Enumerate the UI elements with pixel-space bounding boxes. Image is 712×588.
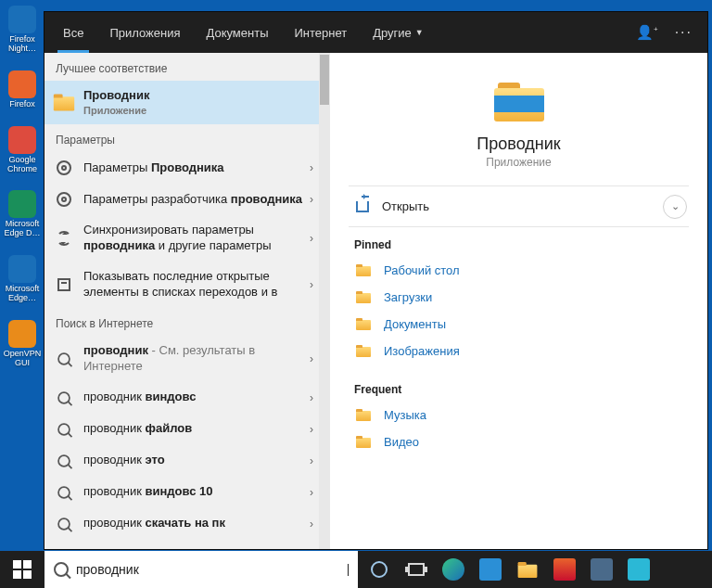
- tab-приложения[interactable]: Приложения: [96, 12, 193, 53]
- tab-все[interactable]: Все: [50, 12, 96, 53]
- frequent-heading: Frequent: [354, 383, 683, 396]
- preview-pane: Проводник Приложение Открыть ⌄ Pinned Ра…: [330, 53, 707, 549]
- search-icon: [56, 390, 72, 406]
- open-label: Открыть: [382, 199, 429, 213]
- desktop-icon-label: OpenVPN GUI: [2, 350, 43, 368]
- folder-link[interactable]: Видео: [354, 428, 683, 455]
- taskbar-app-office[interactable]: [553, 557, 577, 582]
- search-icon: [54, 562, 69, 577]
- chevron-right-icon: ›: [310, 232, 313, 245]
- windows-logo-icon: [13, 560, 32, 579]
- folder-icon: [356, 436, 371, 448]
- result-title: проводник это: [83, 453, 308, 468]
- app-icon: [8, 126, 36, 154]
- app-icon: [8, 320, 36, 348]
- desktop-icon[interactable]: Microsoft Edge…: [2, 255, 43, 303]
- tab-label: Документы: [206, 26, 268, 40]
- taskbar-app-store[interactable]: [478, 557, 502, 582]
- folder-link[interactable]: Музыка: [354, 402, 683, 428]
- preview-title: Проводник: [477, 134, 560, 154]
- folder-label: Изображения: [384, 344, 460, 358]
- tab-документы[interactable]: Документы: [193, 12, 281, 53]
- folder-link[interactable]: Загрузки: [354, 284, 683, 311]
- desktop-icon[interactable]: Firefox Night…: [2, 6, 43, 54]
- result-web[interactable]: проводник виндовс 10›: [44, 477, 330, 508]
- result-setting[interactable]: Параметры разработчика проводника›: [44, 184, 330, 215]
- folder-label: Музыка: [384, 408, 426, 422]
- tab-label: Интернет: [294, 26, 347, 40]
- result-web[interactable]: проводник виндовс›: [44, 382, 330, 414]
- chevron-right-icon: ›: [310, 161, 313, 174]
- desktop-icon-label: Microsoft Edge…: [2, 285, 43, 303]
- folder-link[interactable]: Документы: [354, 311, 683, 338]
- folder-label: Рабочий стол: [384, 263, 460, 277]
- section-settings: Параметры: [44, 124, 330, 152]
- open-action[interactable]: Открыть ⌄: [354, 186, 683, 226]
- expand-button[interactable]: ⌄: [663, 195, 687, 219]
- result-title: Проводник: [83, 88, 149, 102]
- result-setting[interactable]: Показывать последние открытые элементы в…: [44, 262, 330, 308]
- result-web[interactable]: проводник скачать на пк›: [44, 508, 330, 540]
- tab-label: Все: [63, 26, 83, 40]
- settings-icon: [56, 191, 72, 208]
- folder-link[interactable]: Изображения: [354, 338, 683, 364]
- taskbar-search[interactable]: [44, 551, 358, 588]
- desktop-icon-label: Firefox: [9, 100, 35, 109]
- search-tabs: ВсеПриложенияДокументыИнтернетДругие▼ 👤+…: [44, 12, 707, 53]
- chevron-right-icon: ›: [310, 423, 313, 436]
- result-title: Синхронизировать параметры проводника и …: [83, 223, 308, 254]
- more-icon[interactable]: ···: [675, 24, 693, 41]
- result-title: Показывать последние открытые элементы в…: [83, 269, 308, 300]
- open-icon: [356, 201, 369, 212]
- chevron-right-icon: ›: [310, 391, 313, 404]
- folder-label: Загрузки: [384, 290, 432, 304]
- desktop-icon[interactable]: Microsoft Edge D…: [2, 190, 43, 238]
- result-title: проводник скачать на пк: [83, 516, 308, 531]
- folder-icon: [356, 291, 371, 303]
- taskbar-app-photos[interactable]: [590, 557, 614, 582]
- desktop-icon-label: Google Chrome: [2, 156, 43, 174]
- desktop-icon-label: Microsoft Edge D…: [2, 220, 43, 238]
- cortana-icon[interactable]: [367, 557, 391, 582]
- result-setting[interactable]: Синхронизировать параметры проводника и …: [44, 215, 330, 262]
- result-title: проводник файлов: [83, 421, 308, 437]
- result-web[interactable]: проводник файлов›: [44, 414, 330, 445]
- taskbar-app-settings[interactable]: [627, 557, 651, 582]
- settings-icon: [56, 230, 72, 247]
- search-icon: [56, 351, 72, 367]
- tab-интернет[interactable]: Интернет: [281, 12, 360, 53]
- result-web[interactable]: проводник это›: [44, 445, 330, 477]
- app-icon: [8, 255, 36, 283]
- results-scrollbar[interactable]: [319, 53, 330, 549]
- search-icon: [56, 421, 72, 438]
- folder-label: Документы: [384, 317, 446, 331]
- settings-icon: [56, 160, 72, 176]
- taskbar-app-explorer[interactable]: [515, 557, 540, 582]
- folder-label: Видео: [384, 435, 419, 449]
- app-icon: [8, 70, 36, 98]
- preview-subtitle: Приложение: [486, 156, 551, 169]
- feedback-icon[interactable]: 👤+: [636, 24, 658, 41]
- results-list: Лучшее соответствие ПроводникПриложение …: [44, 53, 330, 549]
- start-button[interactable]: [0, 551, 44, 588]
- task-view-icon[interactable]: [404, 557, 428, 582]
- folder-icon: [356, 409, 371, 421]
- search-input[interactable]: [76, 562, 340, 577]
- desktop-icon[interactable]: Firefox: [2, 70, 43, 109]
- tab-другие[interactable]: Другие▼: [360, 12, 437, 53]
- result-title: Параметры Проводника: [83, 160, 308, 176]
- chevron-right-icon: ›: [310, 352, 313, 365]
- tab-label: Приложения: [109, 26, 180, 40]
- desktop-icon[interactable]: OpenVPN GUI: [2, 320, 43, 368]
- result-setting[interactable]: Параметры Проводника›: [44, 152, 330, 184]
- chevron-right-icon: ›: [310, 486, 313, 499]
- result-best-match[interactable]: ПроводникПриложение: [44, 81, 330, 124]
- result-title: проводник виндовс: [83, 390, 308, 405]
- result-web[interactable]: проводник - См. результаты в Интернете›: [44, 336, 330, 382]
- taskbar-app-edge[interactable]: [441, 557, 465, 582]
- chevron-right-icon: ›: [310, 518, 313, 530]
- app-icon: [8, 6, 36, 33]
- folder-icon: [356, 345, 371, 357]
- folder-link[interactable]: Рабочий стол: [354, 257, 683, 284]
- desktop-icon[interactable]: Google Chrome: [2, 126, 43, 174]
